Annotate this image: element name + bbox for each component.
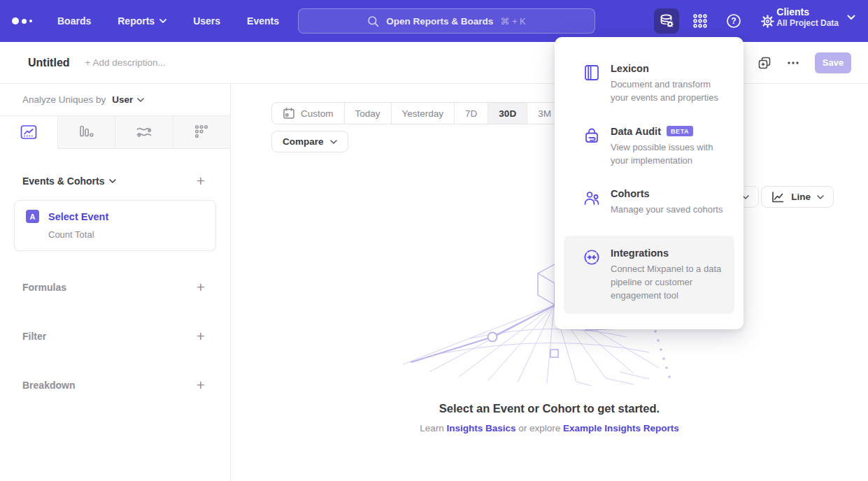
nav-reports[interactable]: Reports [118,15,166,27]
insights-basics-link[interactable]: Insights Basics [446,423,515,433]
search-icon [367,15,379,27]
formulas-section: Formulas + [0,274,230,300]
search-shortcut: ⌘ + K [500,16,526,27]
data-management-button[interactable] [654,8,679,34]
flow-tab-icon [135,124,153,141]
empty-state-heading: Select an Event or Cohort to get started… [439,402,660,415]
chevron-down-icon [137,98,144,102]
chevron-down-icon [847,15,855,20]
bar-chart-tab-icon [78,124,94,141]
save-button[interactable]: Save [815,52,851,73]
add-event-button[interactable]: + [197,173,205,188]
date-range-7d[interactable]: 7D [454,103,488,124]
date-range-today[interactable]: Today [344,103,391,124]
analyze-value: User [112,94,133,105]
nav-users[interactable]: Users [193,15,220,27]
help-question-glyph: ? [731,16,736,26]
add-breakdown-button[interactable]: + [197,378,205,392]
date-range-30d[interactable]: 30D [488,103,527,124]
org-name: Clients [776,6,839,18]
global-search-input[interactable]: Open Reports & Boards ⌘ + K [298,8,595,34]
beta-badge: BETA [667,126,693,136]
compare-label: Compare [283,136,324,147]
chart-type-selector[interactable]: Line [761,186,834,208]
topbar-icon-group: ? [654,8,780,34]
empty-state: Select an Event or Cohort to get started… [231,252,868,433]
lexicon-description: Document and transform your events and p… [611,78,725,105]
date-range-today-label: Today [355,108,380,119]
date-range-yesterday[interactable]: Yesterday [391,103,455,124]
cohorts-title: Cohorts [611,188,650,199]
more-options-button[interactable] [787,61,799,65]
data-management-dropdown: Lexicon Document and transform your even… [555,37,744,329]
date-range-7d-label: 7D [465,108,477,119]
main-nav: Boards Reports Users Events [57,15,279,27]
report-title[interactable]: Untitled [28,57,70,69]
compare-button[interactable]: Compare [271,131,348,152]
event-card[interactable]: A Select Event Count Total [14,200,216,251]
add-description-field[interactable]: + Add description... [85,57,166,68]
empty-state-links: Learn Insights Basics or explore Example… [420,423,679,433]
menu-item-integrations[interactable]: Integrations Connect Mixpanel to a data … [564,236,734,314]
example-insights-reports-link[interactable]: Example Insights Reports [563,423,679,433]
analyze-label: Analyze Uniques by [22,94,106,105]
gear-icon [760,13,776,29]
learn-prefix: Learn [420,423,444,433]
tab-insights-line[interactable] [0,116,57,149]
grid-icon [692,13,708,29]
line-chart-tab-icon [20,124,38,141]
project-selector[interactable]: Clients All Project Data [776,6,855,29]
chevron-down-icon [330,140,337,144]
date-range-3m-label: 3M [538,108,551,119]
formulas-label: Formulas [22,282,66,293]
top-navigation-bar: Boards Reports Users Events Open Reports… [0,0,868,42]
nav-events[interactable]: Events [247,15,279,27]
data-audit-description: View possible issues with your implement… [611,141,725,168]
date-toolbar: Custom Today Yesterday 7D 30D 3M 6M Comp… [231,84,868,152]
cohorts-icon [583,187,601,217]
events-cohorts-label: Events & Cohorts [22,175,104,187]
select-event-button[interactable]: Select Event [48,211,108,222]
chart-type-label: Line [791,192,811,202]
chevron-down-icon [159,19,166,23]
menu-item-lexicon[interactable]: Lexicon Document and transform your even… [555,61,744,105]
tab-flow[interactable] [115,116,173,149]
lexicon-icon [583,62,601,105]
tab-metric[interactable] [173,116,231,149]
menu-item-cohorts[interactable]: Cohorts Manage your saved cohorts [555,186,744,217]
breakdown-label: Breakdown [22,380,75,391]
mixpanel-logo-icon[interactable] [0,17,43,24]
nav-events-label: Events [247,15,279,27]
breakdown-section: Breakdown + [0,372,230,398]
integrations-description: Connect Mixpanel to a data pipeline or c… [611,263,725,303]
date-range-control: Custom Today Yesterday 7D 30D 3M 6M [271,102,597,124]
add-filter-button[interactable]: + [197,329,205,343]
events-cohorts-header[interactable]: Events & Cohorts + [0,173,230,188]
nav-boards-label: Boards [57,15,91,27]
tab-bar-chart[interactable] [57,116,115,149]
integrations-icon [583,247,601,303]
search-placeholder: Open Reports & Boards [386,16,493,27]
query-builder-sidebar: Analyze Uniques by User [0,84,231,481]
metric-tab-icon [193,124,210,141]
analyze-uniques-selector[interactable]: Analyze Uniques by User [0,84,230,116]
count-total-selector[interactable]: Count Total [48,229,204,240]
add-formula-button[interactable]: + [197,280,205,294]
or-explore-text: or explore [518,423,560,433]
duplicate-report-button[interactable] [757,56,771,70]
nav-users-label: Users [193,15,220,27]
date-range-yesterday-label: Yesterday [402,108,444,119]
project-name: All Project Data [776,18,839,29]
chevron-down-icon [817,195,824,199]
nav-boards[interactable]: Boards [57,15,91,27]
series-a-badge: A [26,210,39,223]
help-icon: ? [726,13,741,29]
chevron-down-icon [109,179,116,183]
lexicon-title: Lexicon [611,63,649,74]
menu-item-data-audit[interactable]: Data AuditBETA View possible issues with… [555,124,744,168]
date-range-custom-label: Custom [301,108,334,119]
help-button[interactable]: ? [721,8,746,34]
apps-grid-button[interactable] [688,8,713,34]
report-canvas: Custom Today Yesterday 7D 30D 3M 6M Comp… [231,84,868,481]
date-range-custom[interactable]: Custom [272,103,344,124]
